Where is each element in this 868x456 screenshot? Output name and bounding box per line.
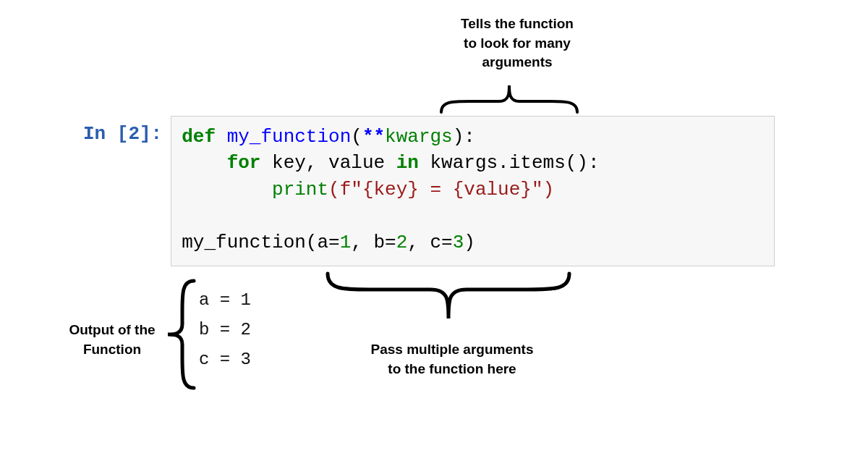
fstring-mid: =	[419, 179, 453, 200]
brace-top-icon	[441, 85, 577, 112]
brace-left-icon	[168, 281, 194, 388]
blank-line	[182, 205, 193, 227]
input-prompt: In [2]:	[83, 116, 171, 145]
annotation-bottom: Pass multiple argumentsto the function h…	[347, 340, 557, 379]
brace-bottom-icon	[328, 274, 569, 318]
keyword-for: for	[227, 152, 261, 174]
output-block: a = 1 b = 2 c = 3	[199, 286, 251, 374]
call-function-name: my_function	[182, 232, 306, 253]
output-line-1: a = 1	[199, 290, 251, 310]
sep-2: , c=	[407, 232, 452, 253]
indent	[182, 179, 272, 200]
annotation-top: Tells the functionto look for manyargume…	[416, 14, 618, 72]
num-1: 1	[340, 232, 352, 253]
code-row: In [2]: def my_function(**kwargs): for k…	[83, 116, 775, 266]
call-args-open: (a=	[306, 232, 340, 253]
sep-1: , b=	[351, 232, 396, 253]
iterator: kwargs.items():	[419, 152, 600, 174]
fstring-close: ")	[532, 179, 554, 200]
function-name: my_function	[227, 126, 352, 148]
double-star: **	[362, 126, 385, 148]
output-line-2: b = 2	[199, 320, 251, 339]
keyword-in: in	[396, 152, 419, 174]
interp-value: {value}	[453, 179, 532, 200]
loop-vars: key, value	[260, 152, 396, 174]
output-line-3: c = 3	[199, 350, 251, 369]
annotation-left: Output of theFunction	[54, 321, 170, 359]
fstring-open: (f"	[328, 179, 362, 200]
call-close: )	[464, 232, 475, 253]
interp-key: {key}	[362, 179, 419, 200]
colon: ):	[453, 126, 475, 148]
num-3: 3	[453, 232, 464, 253]
num-2: 2	[396, 232, 408, 253]
print-call: print	[272, 179, 328, 200]
code-cell: def my_function(**kwargs): for key, valu…	[171, 116, 775, 266]
keyword-def: def	[182, 126, 216, 148]
kwargs-param: kwargs	[385, 126, 453, 148]
